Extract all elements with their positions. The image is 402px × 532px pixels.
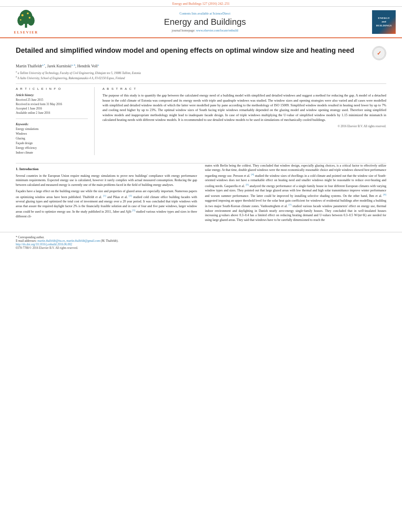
contents-line: Contents lists available at ScienceDirec… <box>46 12 364 15</box>
accepted-date: Accepted 1 June 2016 <box>16 106 88 111</box>
available-date: Available online 2 June 2016 <box>16 111 88 115</box>
affiliation-a: a a Tallinn University of Technology, Fa… <box>16 70 386 75</box>
authors-line: Martin Thalfeldta,*, Jarek Kurnitskia, b… <box>16 63 386 68</box>
ref-7: [7] <box>288 203 292 206</box>
article-title: Detailed and simplified window model and… <box>16 46 367 55</box>
crossmark-icon: ✓ <box>372 46 386 60</box>
svg-text:✓: ✓ <box>377 50 382 56</box>
issn-line: 0378-7788/© 2016 Elsevier B.V. All right… <box>16 246 386 250</box>
keyword-2: Windows <box>16 132 88 136</box>
article-info-abstract-section: A R T I C L E I N F O Article history: R… <box>16 87 386 155</box>
elsevier-brand-text: ELSEVIER <box>14 30 38 34</box>
keywords-title: Keywords: <box>16 122 88 127</box>
doi-line: http://dx.doi.org/10.1016/j.enbuild.2016… <box>16 243 386 246</box>
article-info-header: A R T I C L E I N F O <box>16 87 88 91</box>
email-1[interactable]: martin.thalfeldt@ttu.ee <box>37 239 65 243</box>
keywords-section: Keywords: Energy simulations Windows Gla… <box>16 122 88 155</box>
corresponding-author: * Corresponding author. <box>16 235 386 239</box>
article-title-section: Detailed and simplified window model and… <box>16 46 386 60</box>
right-column: mates with Berlin being the coldest. The… <box>205 163 386 224</box>
doi-link[interactable]: http://dx.doi.org/10.1016/j.enbuild.2016… <box>16 243 72 246</box>
left-column: 1. Introduction Several countries in the… <box>16 163 197 224</box>
section-1-heading: 1. Introduction <box>16 167 197 172</box>
ref-4: [4] <box>251 173 254 176</box>
separator-1 <box>16 83 386 84</box>
article-body: Detailed and simplified window model and… <box>0 38 402 163</box>
intro-para-3: mates with Berlin being the coldest. The… <box>205 163 386 222</box>
revised-date: Received in revised form 31 May 2016 <box>16 102 88 106</box>
main-content: 1. Introduction Several countries in the… <box>0 163 402 232</box>
article-history: Article history: Received 25 June 2015 R… <box>16 93 88 115</box>
svg-point-4 <box>21 14 23 16</box>
abstract-text: The purpose of this study is to quantify… <box>102 93 386 122</box>
top-citation-text: Energy and Buildings 127 (2016) 242–251 <box>172 2 230 6</box>
ref-6: [6] <box>383 193 386 196</box>
page-container: Energy and Buildings 127 (2016) 242–251 <box>0 0 402 251</box>
intro-para-1: Several countries in the European Union … <box>16 174 197 187</box>
homepage-line: journal homepage: www.elsevier.com/locat… <box>46 29 364 32</box>
keyword-3: Glazing <box>16 136 88 141</box>
copyright-line: © 2016 Elsevier B.V. All rights reserved… <box>102 124 386 128</box>
email-line: E-mail addresses: martin.thalfeldt@ttu.e… <box>16 239 386 243</box>
abstract-col: A B S T R A C T The purpose of this stud… <box>102 87 386 155</box>
intro-para-2: Façades have a large effect on the build… <box>16 189 197 219</box>
journal-center: Contents lists available at ScienceDirec… <box>46 12 364 32</box>
keyword-1: Energy simulations <box>16 127 88 132</box>
affiliation-b: b b Aalto University, School of Engineer… <box>16 75 386 80</box>
journal-logo-text: ENERGYandBUILDINGS <box>376 17 391 27</box>
sciencedirect-link[interactable]: ScienceDirect <box>213 12 231 15</box>
article-info-col: A R T I C L E I N F O Article history: R… <box>16 87 95 155</box>
svg-point-7 <box>20 19 22 21</box>
ref-3: [3] <box>132 209 135 211</box>
journal-title: Energy and Buildings <box>46 17 364 27</box>
svg-point-2 <box>17 16 24 26</box>
ref-5: [5] <box>246 183 249 186</box>
separator-kw <box>16 119 88 119</box>
svg-point-6 <box>29 17 31 19</box>
abstract-header: A B S T R A C T <box>102 87 386 91</box>
received-date: Received 25 June 2015 <box>16 98 88 102</box>
elsevier-logo: ELSEVIER <box>6 10 46 34</box>
journal-logo-right: ENERGYandBUILDINGS <box>364 10 396 34</box>
keyword-5: Energy efficiency <box>16 146 88 150</box>
history-title: Article history: <box>16 93 88 97</box>
ref-1: [1] <box>103 194 106 197</box>
svg-point-3 <box>28 16 35 26</box>
affiliations: a a Tallinn University of Technology, Fa… <box>16 70 386 80</box>
svg-point-5 <box>27 13 29 15</box>
top-citation-bar: Energy and Buildings 127 (2016) 242–251 <box>0 0 402 7</box>
journal-logo-box: ENERGYandBUILDINGS <box>372 10 396 34</box>
elsevier-tree-icon <box>14 10 38 30</box>
journal-header: ELSEVIER Contents lists available at Sci… <box>0 7 402 38</box>
crossmark: ✓ <box>372 46 386 60</box>
footnote-section: * Corresponding author. E-mail addresses… <box>0 232 402 251</box>
ref-2: [2] <box>129 194 132 197</box>
keyword-6: Indoor climate <box>16 150 88 155</box>
keyword-4: Façade design <box>16 141 88 146</box>
homepage-url[interactable]: www.elsevier.com/locate/enbuild <box>196 29 238 32</box>
email-2[interactable]: martin.thalfeldt@gmail.com <box>67 239 100 243</box>
